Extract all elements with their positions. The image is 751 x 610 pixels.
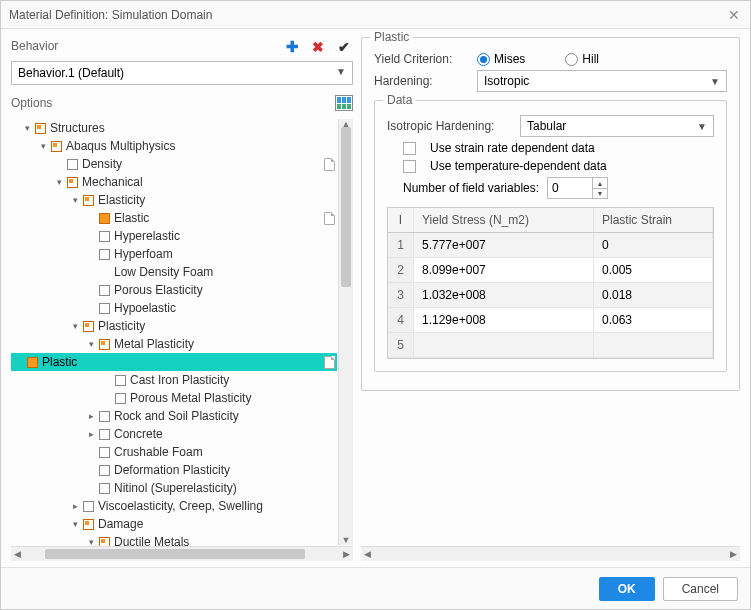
checkbox-icon[interactable] — [99, 213, 110, 224]
checkbox-icon[interactable] — [67, 177, 78, 188]
options-tree[interactable]: ▾Structures▾Abaqus MultiphysicsDensity▾M… — [11, 119, 337, 561]
col-plastic-strain[interactable]: Plastic Strain — [594, 208, 713, 232]
cancel-button[interactable]: Cancel — [663, 577, 738, 601]
table-row[interactable]: 15.777e+0070 — [388, 233, 713, 258]
tree-item[interactable]: ▾Structures — [13, 119, 337, 137]
expand-icon[interactable]: ▾ — [69, 515, 81, 533]
table-row[interactable]: 31.032e+0080.018 — [388, 283, 713, 308]
tree-item[interactable]: Elastic — [13, 209, 337, 227]
iso-hardening-select[interactable]: Tabular ▼ — [520, 115, 714, 137]
expand-icon[interactable]: ▸ — [69, 497, 81, 515]
tree-item[interactable]: ▾Elasticity — [13, 191, 337, 209]
field-vars-input[interactable] — [548, 178, 592, 198]
horizontal-scrollbar[interactable]: ◀ ▶ — [11, 546, 353, 561]
horizontal-scrollbar[interactable]: ◀ ▶ — [361, 546, 740, 561]
scroll-left-icon[interactable]: ◀ — [11, 547, 24, 561]
tree-item[interactable]: ▾Damage — [13, 515, 337, 533]
table-row[interactable]: 5 — [388, 333, 713, 358]
hardening-select[interactable]: Isotropic ▼ — [477, 70, 727, 92]
cell-plastic-strain[interactable]: 0.005 — [594, 258, 713, 282]
checkbox-icon[interactable] — [83, 501, 94, 512]
tree-item[interactable]: Porous Elasticity — [13, 281, 337, 299]
table-view-icon[interactable] — [335, 95, 353, 111]
field-vars-spinner[interactable]: ▲▼ — [547, 177, 608, 199]
tree-item[interactable]: Deformation Plasticity — [13, 461, 337, 479]
cell-yield-stress[interactable] — [414, 333, 594, 357]
tree-item[interactable]: ▸Viscoelasticity, Creep, Swelling — [13, 497, 337, 515]
cell-plastic-strain[interactable]: 0 — [594, 233, 713, 257]
scroll-right-icon[interactable]: ▶ — [727, 547, 740, 561]
spin-down-icon[interactable]: ▼ — [593, 189, 607, 199]
radio-hill[interactable]: Hill — [565, 52, 599, 66]
expand-icon[interactable]: ▾ — [53, 173, 65, 191]
scrollbar-thumb[interactable] — [45, 549, 305, 559]
data-table[interactable]: I Yield Stress (N_m2) Plastic Strain 15.… — [387, 207, 714, 359]
tree-item[interactable]: Porous Metal Plasticity — [13, 389, 337, 407]
checkbox-icon[interactable] — [115, 393, 126, 404]
checkbox-icon[interactable] — [51, 141, 62, 152]
tree-item[interactable]: ▸Rock and Soil Plasticity — [13, 407, 337, 425]
tree-item[interactable]: Hypoelastic — [13, 299, 337, 317]
temperature-check[interactable]: Use temperature-dependent data — [403, 159, 714, 173]
tree-item[interactable]: Hyperfoam — [13, 245, 337, 263]
cell-plastic-strain[interactable]: 0.063 — [594, 308, 713, 332]
scrollbar-thumb[interactable] — [341, 127, 351, 287]
checkbox-icon[interactable] — [99, 483, 110, 494]
col-yield-stress[interactable]: Yield Stress (N_m2) — [414, 208, 594, 232]
cell-plastic-strain[interactable] — [594, 333, 713, 357]
tree-item[interactable]: ▾Abaqus Multiphysics — [13, 137, 337, 155]
cell-yield-stress[interactable]: 1.032e+008 — [414, 283, 594, 307]
cell-yield-stress[interactable]: 5.777e+007 — [414, 233, 594, 257]
tree-item[interactable]: Low Density Foam — [13, 263, 337, 281]
checkbox-icon[interactable] — [99, 339, 110, 350]
checkbox-icon[interactable] — [27, 357, 38, 368]
tree-item[interactable]: Crushable Foam — [13, 443, 337, 461]
behavior-select[interactable]: Behavior.1 (Default) ▼ — [11, 61, 353, 85]
spin-up-icon[interactable]: ▲ — [593, 178, 607, 189]
scroll-down-icon[interactable]: ▼ — [339, 535, 353, 545]
table-row[interactable]: 28.099e+0070.005 — [388, 258, 713, 283]
tree-item[interactable]: ▾Plasticity — [13, 317, 337, 335]
checkbox-icon[interactable] — [99, 429, 110, 440]
checkbox-icon[interactable] — [99, 303, 110, 314]
tree-item[interactable]: Cast Iron Plasticity — [13, 371, 337, 389]
checkbox-icon[interactable] — [67, 159, 78, 170]
radio-mises[interactable]: Mises — [477, 52, 525, 66]
add-icon[interactable]: ✚ — [283, 38, 301, 56]
expand-icon[interactable]: ▾ — [85, 335, 97, 353]
expand-icon[interactable]: ▸ — [85, 425, 97, 443]
checkbox-icon[interactable] — [83, 321, 94, 332]
scroll-left-icon[interactable]: ◀ — [361, 547, 374, 561]
scroll-right-icon[interactable]: ▶ — [340, 547, 353, 561]
checkbox-icon[interactable] — [99, 285, 110, 296]
tree-item[interactable]: Density — [13, 155, 337, 173]
close-icon[interactable]: ✕ — [726, 7, 742, 23]
tree-item[interactable]: ▸Concrete — [13, 425, 337, 443]
apply-icon[interactable]: ✔ — [335, 38, 353, 56]
expand-icon[interactable]: ▾ — [21, 119, 33, 137]
delete-icon[interactable]: ✖ — [309, 38, 327, 56]
expand-icon[interactable]: ▸ — [85, 407, 97, 425]
checkbox-icon[interactable] — [99, 249, 110, 260]
checkbox-icon[interactable] — [35, 123, 46, 134]
expand-icon[interactable]: ▾ — [37, 137, 49, 155]
expand-icon[interactable]: ▾ — [69, 317, 81, 335]
checkbox-icon[interactable] — [83, 519, 94, 530]
tree-item[interactable]: ▾Metal Plasticity — [13, 335, 337, 353]
ok-button[interactable]: OK — [599, 577, 655, 601]
cell-plastic-strain[interactable]: 0.018 — [594, 283, 713, 307]
strain-rate-check[interactable]: Use strain rate dependent data — [403, 141, 714, 155]
checkbox-icon[interactable] — [99, 411, 110, 422]
tree-item[interactable]: Hyperelastic — [13, 227, 337, 245]
cell-yield-stress[interactable]: 1.129e+008 — [414, 308, 594, 332]
table-row[interactable]: 41.129e+0080.063 — [388, 308, 713, 333]
expand-icon[interactable]: ▾ — [69, 191, 81, 209]
cell-yield-stress[interactable]: 8.099e+007 — [414, 258, 594, 282]
checkbox-icon[interactable] — [99, 231, 110, 242]
checkbox-icon[interactable] — [83, 195, 94, 206]
tree-item[interactable]: Nitinol (Superelasticity) — [13, 479, 337, 497]
vertical-scrollbar[interactable]: ▲ ▼ — [338, 119, 353, 545]
checkbox-icon[interactable] — [99, 465, 110, 476]
checkbox-icon[interactable] — [115, 375, 126, 386]
tree-item[interactable]: Plastic — [11, 353, 337, 371]
